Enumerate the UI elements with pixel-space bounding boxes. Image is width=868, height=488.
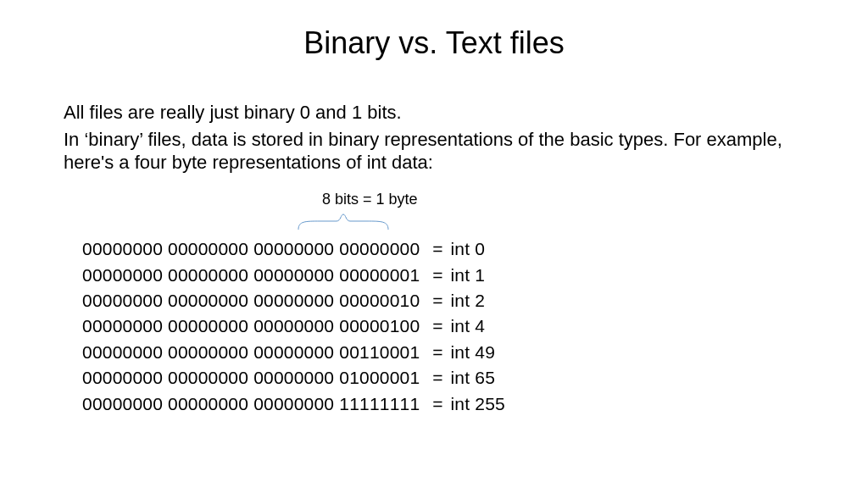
int-value: int 255 bbox=[450, 391, 504, 417]
equals: = bbox=[430, 288, 445, 313]
byte-annotation: 8 bits = 1 byte bbox=[64, 191, 804, 235]
annotation-label: 8 bits = 1 byte bbox=[322, 191, 418, 208]
bytes-cell: 00000000 00000000 00000000 00000100 bbox=[82, 313, 420, 339]
bytes-cell: 00000000 00000000 00000000 00000000 bbox=[82, 236, 420, 262]
bytes-cell: 00000000 00000000 00000000 00110001 bbox=[82, 340, 420, 365]
int-value: int 49 bbox=[450, 340, 495, 365]
int-value: int 0 bbox=[450, 236, 485, 262]
bytes-cell: 00000000 00000000 00000000 00000001 bbox=[82, 263, 420, 288]
slide: Binary vs. Text files All files are real… bbox=[0, 0, 868, 417]
equals: = bbox=[430, 236, 445, 262]
int-value: int 1 bbox=[450, 263, 485, 288]
curly-brace-icon bbox=[297, 213, 390, 231]
int-value: int 4 bbox=[450, 313, 485, 339]
equals: = bbox=[430, 263, 445, 288]
equals: = bbox=[430, 365, 445, 391]
equals: = bbox=[430, 313, 445, 339]
equals: = bbox=[430, 391, 445, 417]
equals: = bbox=[430, 340, 445, 365]
bytes-cell: 00000000 00000000 00000000 00000010 bbox=[82, 288, 420, 313]
table-row: 00000000 00000000 00000000 11111111 = in… bbox=[82, 391, 804, 417]
bytes-cell: 00000000 00000000 00000000 11111111 bbox=[82, 391, 420, 417]
binary-table: 00000000 00000000 00000000 00000000 = in… bbox=[64, 236, 804, 417]
table-row: 00000000 00000000 00000000 00110001 = in… bbox=[82, 340, 804, 365]
table-row: 00000000 00000000 00000000 00000001 = in… bbox=[82, 263, 804, 288]
paragraph-2: In ‘binary’ files, data is stored in bin… bbox=[64, 129, 804, 174]
int-value: int 65 bbox=[450, 365, 495, 391]
int-value: int 2 bbox=[450, 288, 485, 313]
page-title: Binary vs. Text files bbox=[64, 25, 804, 61]
bytes-cell: 00000000 00000000 00000000 01000001 bbox=[82, 365, 420, 391]
table-row: 00000000 00000000 00000000 01000001 = in… bbox=[82, 365, 804, 391]
table-row: 00000000 00000000 00000000 00000100 = in… bbox=[82, 313, 804, 339]
paragraph-1: All files are really just binary 0 and 1… bbox=[64, 102, 804, 124]
table-row: 00000000 00000000 00000000 00000000 = in… bbox=[82, 236, 804, 262]
table-row: 00000000 00000000 00000000 00000010 = in… bbox=[82, 288, 804, 313]
